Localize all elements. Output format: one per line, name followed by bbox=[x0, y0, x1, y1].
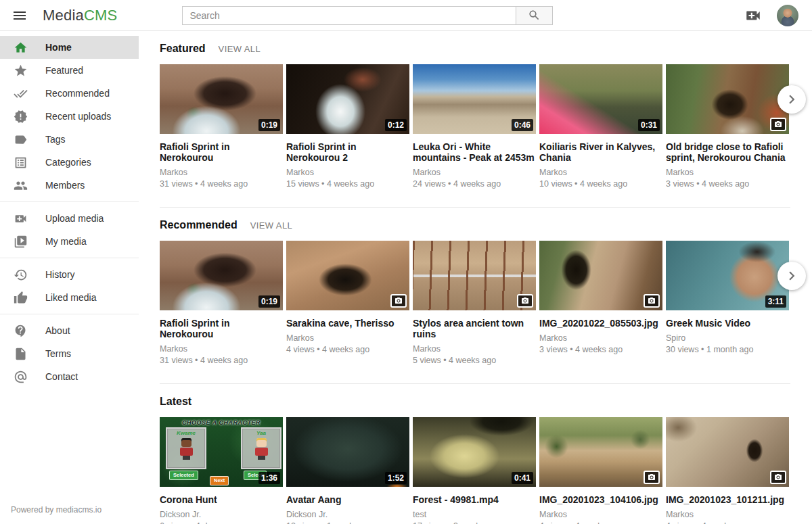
sidebar-item-terms[interactable]: Terms bbox=[0, 342, 139, 365]
media-title[interactable]: IMG_20201022_085503.jpg bbox=[539, 318, 662, 329]
sidebar-item-history[interactable]: History bbox=[0, 263, 139, 286]
media-thumbnail[interactable]: 0:19 bbox=[160, 241, 283, 310]
media-card[interactable]: 0:31 Koiliaris River in Kalyves, Chania … bbox=[539, 64, 662, 189]
media-title[interactable]: Koiliaris River in Kalyves, Chania bbox=[539, 141, 662, 163]
media-author[interactable]: Markos bbox=[539, 510, 662, 519]
upload-media-button[interactable] bbox=[744, 7, 762, 24]
media-author[interactable]: Markos bbox=[666, 510, 789, 519]
media-thumbnail[interactable]: 0:41 bbox=[413, 417, 536, 487]
media-card[interactable]: IMG_20201022_085503.jpg Markos 3 views •… bbox=[539, 241, 662, 365]
media-card[interactable]: 3:11 Greek Music Video Spiro 30 views • … bbox=[666, 241, 789, 365]
sidebar-item-contact[interactable]: Contact bbox=[0, 365, 139, 388]
media-card[interactable]: 0:19 Rafioli Sprint in Nerokourou Markos… bbox=[160, 64, 283, 189]
people-icon bbox=[14, 178, 28, 193]
media-title[interactable]: Leuka Ori - White mountains - Peak at 24… bbox=[413, 141, 536, 163]
media-title[interactable]: Rafioli Sprint in Nerokourou 2 bbox=[286, 141, 409, 163]
media-author[interactable]: Markos bbox=[286, 168, 409, 177]
media-meta: 31 views • 4 weeks ago bbox=[160, 179, 283, 189]
media-card[interactable]: 1:52 Avatar Aang Dickson Jr. 12 views • … bbox=[286, 417, 409, 524]
media-thumbnail[interactable]: 0:19 bbox=[160, 64, 283, 134]
sidebar-item-categories[interactable]: Categories bbox=[0, 151, 139, 174]
site-logo[interactable]: MediaCMS bbox=[43, 7, 117, 24]
media-thumbnail[interactable] bbox=[413, 241, 536, 310]
media-card[interactable]: Old bridge close to Rafioli sprint, Nero… bbox=[666, 64, 789, 189]
media-title[interactable]: Greek Music Video bbox=[666, 318, 789, 329]
media-author[interactable]: Dickson Jr. bbox=[160, 510, 283, 519]
media-thumbnail[interactable]: 3:11 bbox=[666, 241, 789, 310]
sidebar-item-label: Liked media bbox=[45, 292, 97, 303]
media-card[interactable]: 0:19 Rafioli Sprint in Nerokourou Markos… bbox=[160, 241, 283, 365]
sidebar-item-about[interactable]: About bbox=[0, 319, 139, 342]
media-author[interactable]: Markos bbox=[160, 168, 283, 177]
sidebar-item-recommended[interactable]: Recommended bbox=[0, 82, 139, 105]
media-author[interactable]: Markos bbox=[539, 333, 662, 343]
view-all-link[interactable]: VIEW ALL bbox=[219, 44, 261, 54]
sidebar-item-members[interactable]: Members bbox=[0, 174, 139, 197]
media-title[interactable]: IMG_20201023_101211.jpg bbox=[666, 494, 789, 505]
section-title: Featured bbox=[160, 43, 206, 55]
duration-badge: 0:12 bbox=[385, 119, 407, 131]
media-title[interactable]: Rafioli Sprint in Nerokourou bbox=[160, 318, 283, 339]
history-icon bbox=[14, 268, 28, 282]
media-card[interactable]: 0:41 Forest - 49981.mp4 test 17 views • … bbox=[413, 417, 536, 524]
media-thumbnail[interactable] bbox=[286, 241, 409, 310]
menu-button[interactable] bbox=[12, 7, 28, 24]
media-title[interactable]: Stylos area ancient town ruins bbox=[413, 318, 536, 339]
media-author[interactable]: Markos bbox=[160, 344, 283, 354]
sidebar-item-home[interactable]: Home bbox=[0, 36, 139, 59]
search-input[interactable] bbox=[182, 6, 516, 25]
media-author[interactable]: Spiro bbox=[666, 333, 789, 343]
media-card[interactable]: Stylos area ancient town ruins Markos 5 … bbox=[413, 241, 536, 365]
media-author[interactable]: test bbox=[413, 510, 536, 519]
media-title[interactable]: Rafioli Sprint in Nerokourou bbox=[160, 141, 283, 163]
media-title[interactable]: IMG_20201023_104106.jpg bbox=[539, 494, 662, 505]
media-author[interactable]: Markos bbox=[413, 344, 536, 354]
sidebar-item-liked-media[interactable]: Liked media bbox=[0, 286, 139, 309]
media-title[interactable]: Sarakina cave, Therisso bbox=[286, 318, 409, 329]
media-title[interactable]: Forest - 49981.mp4 bbox=[413, 494, 536, 505]
media-thumbnail[interactable]: CHOOSE A CHARACTER Kwame Yaa Selected Ne… bbox=[160, 417, 283, 487]
media-author[interactable]: Markos bbox=[413, 168, 536, 177]
media-card[interactable]: IMG_20201023_101211.jpg Markos 4 views •… bbox=[666, 417, 789, 524]
view-all-link[interactable]: VIEW ALL bbox=[250, 220, 292, 231]
sidebar-item-tags[interactable]: Tags bbox=[0, 128, 139, 151]
sidebar-item-my-media[interactable]: My media bbox=[0, 230, 139, 253]
sidebar-item-upload-media[interactable]: Upload media bbox=[0, 207, 139, 230]
user-avatar[interactable] bbox=[777, 5, 798, 26]
media-card[interactable]: CHOOSE A CHARACTER Kwame Yaa Selected Ne… bbox=[160, 417, 283, 524]
media-title[interactable]: Avatar Aang bbox=[286, 494, 409, 505]
media-thumbnail[interactable]: 0:12 bbox=[286, 64, 409, 134]
media-thumbnail[interactable]: 1:52 bbox=[286, 417, 409, 487]
media-thumbnail[interactable] bbox=[539, 417, 662, 487]
media-meta: 3 views • 4 weeks ago bbox=[666, 179, 789, 189]
search-icon bbox=[528, 9, 541, 22]
media-card[interactable]: IMG_20201023_104106.jpg Markos 4 views •… bbox=[539, 417, 662, 524]
powered-by-link[interactable]: Powered by mediacms.io bbox=[11, 505, 102, 515]
top-bar: MediaCMS bbox=[0, 0, 812, 31]
media-meta: 30 views • 1 month ago bbox=[666, 345, 789, 354]
carousel-next-button[interactable] bbox=[777, 262, 806, 290]
game-title-text: CHOOSE A CHARACTER bbox=[160, 419, 283, 426]
media-thumbnail[interactable]: 0:46 bbox=[413, 64, 536, 134]
media-author[interactable]: Dickson Jr. bbox=[286, 510, 409, 519]
media-author[interactable]: Markos bbox=[286, 333, 409, 343]
media-author[interactable]: Markos bbox=[666, 168, 789, 177]
media-thumbnail[interactable] bbox=[666, 64, 789, 134]
media-card[interactable]: Sarakina cave, Therisso Markos 4 views •… bbox=[286, 241, 409, 365]
media-card[interactable]: 0:46 Leuka Ori - White mountains - Peak … bbox=[413, 64, 536, 189]
game-character-box-left: Kwame bbox=[166, 427, 206, 469]
sidebar-item-recent-uploads[interactable]: Recent uploads bbox=[0, 105, 139, 128]
media-thumbnail[interactable] bbox=[666, 417, 789, 487]
media-card[interactable]: 0:12 Rafioli Sprint in Nerokourou 2 Mark… bbox=[286, 64, 409, 189]
media-title[interactable]: Corona Hunt bbox=[160, 494, 283, 505]
media-thumbnail[interactable]: 0:31 bbox=[539, 64, 662, 134]
section-header: Latest bbox=[160, 396, 790, 408]
sidebar-item-label: Tags bbox=[45, 134, 66, 145]
sidebar-item-label: Featured bbox=[45, 65, 83, 76]
search-button[interactable] bbox=[516, 6, 553, 25]
carousel-next-button[interactable] bbox=[777, 85, 806, 114]
media-thumbnail[interactable] bbox=[539, 241, 662, 310]
media-title[interactable]: Old bridge close to Rafioli sprint, Nero… bbox=[666, 141, 789, 163]
media-author[interactable]: Markos bbox=[539, 168, 662, 177]
sidebar-item-featured[interactable]: Featured bbox=[0, 59, 139, 82]
